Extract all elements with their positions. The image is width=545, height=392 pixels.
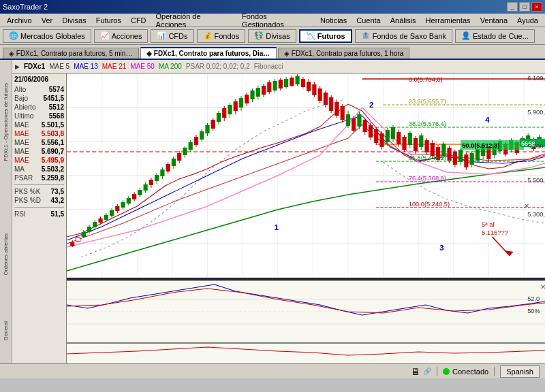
menu-noticias[interactable]: Noticias xyxy=(316,15,351,26)
divisas-icon: 💱 xyxy=(254,31,264,40)
menu-divisas[interactable]: Divisas xyxy=(58,15,90,26)
svg-text:50.0(5.512,3): 50.0(5.512,3) xyxy=(462,142,499,149)
tab-1h[interactable]: ◈ FDXc1, Contrato para futuros, 1 hora xyxy=(278,48,409,59)
menu-futuros[interactable]: Futuros xyxy=(92,15,125,26)
menu-ayuda[interactable]: Ayuda xyxy=(513,15,542,26)
svg-rect-166 xyxy=(448,148,452,161)
btn-cfds[interactable]: 📊 CFDs xyxy=(151,29,193,43)
chart-area: ▶ FDXc1 MAE 5 MAE 13 MAE 21 MAE 50 MA 20… xyxy=(12,60,545,363)
svg-text:3: 3 xyxy=(439,244,443,252)
menu-cuenta[interactable]: Cuenta xyxy=(352,15,384,26)
svg-text:5.115???: 5.115??? xyxy=(482,229,508,236)
data-alto-label: Alto xyxy=(14,86,26,93)
maximize-button[interactable]: □ xyxy=(519,2,530,12)
svg-text:✕: ✕ xyxy=(540,283,545,291)
minimize-button[interactable]: _ xyxy=(507,2,518,12)
chart-icon-1h: ◈ xyxy=(284,50,290,57)
tab-daily[interactable]: ◈ FDXc1, Contrato para futuros, Diario xyxy=(140,47,277,59)
svg-rect-106 xyxy=(279,80,283,88)
svg-rect-60 xyxy=(149,180,153,185)
network-status: 🖥 🔗 xyxy=(411,366,431,377)
close-button[interactable]: × xyxy=(531,2,542,12)
panel-label-general: General xyxy=(3,321,9,340)
data-mae3-value: 5.556,1 xyxy=(42,139,64,146)
symbol-name: FDXc1 xyxy=(24,63,45,70)
svg-rect-38 xyxy=(87,227,91,232)
panel-label-ordenes: Órdenes abiertas xyxy=(3,233,9,275)
svg-rect-98 xyxy=(256,88,260,97)
svg-rect-104 xyxy=(272,81,277,91)
btn-fondos[interactable]: 💰 Fondos xyxy=(197,29,246,43)
data-mae2: MAE 5.503,8 xyxy=(14,129,64,138)
menu-operacion[interactable]: Operación de Acciones xyxy=(152,11,237,30)
data-ma: MA 5.503,2 xyxy=(14,165,64,174)
svg-text:61.8(5.448,1): 61.8(5.448,1) xyxy=(409,154,446,161)
data-bajo-label: Bajo xyxy=(14,95,28,102)
svg-rect-136 xyxy=(363,120,367,132)
data-pksk-value: 73,5 xyxy=(51,188,64,195)
svg-rect-148 xyxy=(396,132,401,144)
language-selector[interactable]: Spanish xyxy=(500,365,540,378)
tabbar: ◈ FDXc1, Contrato para futuros, 5 minuto… xyxy=(0,45,545,60)
tab-5min[interactable]: ◈ FDXc1, Contrato para futuros, 5 minuto… xyxy=(3,48,139,59)
svg-rect-32 xyxy=(70,242,74,246)
svg-rect-50 xyxy=(121,202,125,208)
indicator-bar: ▶ FDXc1 MAE 5 MAE 13 MAE 21 MAE 50 MA 20… xyxy=(12,60,545,74)
svg-rect-96 xyxy=(250,91,254,99)
data-mae5-value: 5.495,9 xyxy=(42,157,64,164)
svg-text:38.2(5.576,4): 38.2(5.576,4) xyxy=(409,120,446,127)
svg-text:0.0(5.784,0): 0.0(5.784,0) xyxy=(409,76,443,83)
svg-rect-100 xyxy=(262,86,266,95)
svg-rect-126 xyxy=(334,102,339,116)
data-divider1 xyxy=(14,184,64,185)
data-mae5-label: MAE xyxy=(14,157,29,164)
svg-rect-231 xyxy=(67,344,545,363)
svg-rect-118 xyxy=(312,84,316,95)
globe-icon: 🌐 xyxy=(9,31,18,40)
svg-rect-48 xyxy=(115,206,119,211)
data-rsi-label: RSI xyxy=(14,210,26,218)
svg-text:4: 4 xyxy=(485,116,490,124)
data-pksk-label: PKS %K xyxy=(14,188,40,195)
svg-rect-223 xyxy=(67,280,545,281)
svg-rect-58 xyxy=(144,184,148,191)
svg-rect-72 xyxy=(183,148,187,155)
statusbar: 🖥 🔗 Conectado Spanish xyxy=(0,363,545,378)
menu-ventana[interactable]: Ventana xyxy=(476,15,512,26)
data-pksd-value: 43,2 xyxy=(51,197,64,204)
data-ultimo: Ultimo 5568 xyxy=(14,112,64,120)
chart-main[interactable]: 0.0(5.784,0) 23.6(5.655,7) 38.2(5.576,4)… xyxy=(67,74,545,363)
btn-acciones[interactable]: 📈 Acciones xyxy=(94,29,149,43)
data-ma-label: MA xyxy=(14,165,25,173)
svg-rect-172 xyxy=(464,154,468,167)
menu-ver[interactable]: Ver xyxy=(37,15,57,26)
menu-herramientas[interactable]: Herramientas xyxy=(422,15,475,26)
data-divider2 xyxy=(14,207,64,208)
svg-rect-76 xyxy=(194,137,198,145)
svg-text:2: 2 xyxy=(369,101,373,109)
account-icon: 👤 xyxy=(461,31,471,40)
data-rsi: RSI 51,5 xyxy=(14,210,64,218)
btn-fondos-saxo[interactable]: 🏦 Fondos de Saxo Bank xyxy=(355,29,452,43)
btn-futuros[interactable]: 📉 Futuros xyxy=(299,29,352,43)
svg-rect-150 xyxy=(402,137,406,150)
connection-led xyxy=(443,368,450,375)
menu-analisis[interactable]: Análisis xyxy=(386,15,420,26)
svg-text:✕: ✕ xyxy=(524,202,529,210)
svg-rect-168 xyxy=(453,152,457,165)
btn-mercados-globales[interactable]: 🌐 Mercados Globales xyxy=(3,29,91,43)
btn-divisas[interactable]: 💱 Divisas xyxy=(248,29,296,43)
svg-rect-176 xyxy=(476,149,480,161)
menu-archivo[interactable]: Archivo xyxy=(3,15,36,26)
svg-rect-70 xyxy=(177,153,181,161)
svg-rect-78 xyxy=(200,131,204,140)
menu-cfd[interactable]: CFD xyxy=(127,15,151,26)
btn-estado-cuenta[interactable]: 👤 Estado de Cue... xyxy=(455,29,535,43)
svg-text:5.500,0: 5.500,0 xyxy=(527,177,545,184)
svg-rect-92 xyxy=(239,98,243,108)
chart-data-wrapper: 21/06/2006 Alto 5574 Bajo 5451,5 Abierto… xyxy=(12,74,545,363)
data-alto: Alto 5574 xyxy=(14,85,64,94)
mae200-label: MA 200 xyxy=(159,63,182,70)
menu-fondos-gest[interactable]: Fondos Gestionados xyxy=(238,11,315,30)
svg-rect-94 xyxy=(245,95,249,103)
